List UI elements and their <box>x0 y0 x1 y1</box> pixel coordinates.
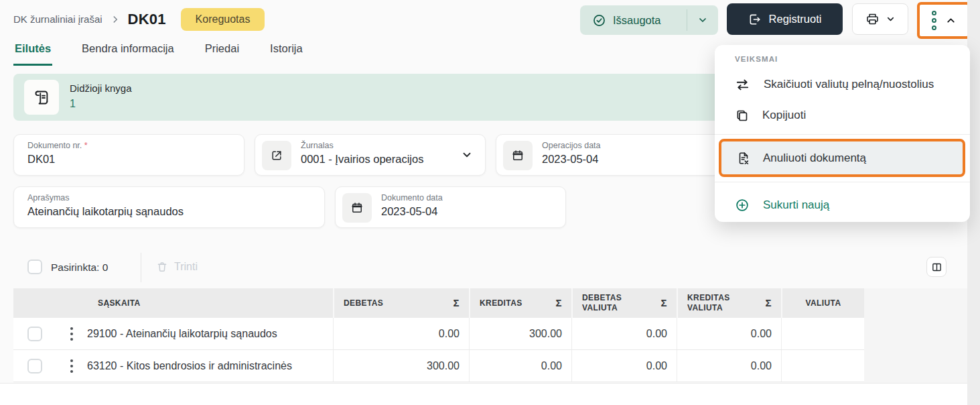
credit-currency-cell[interactable]: 0.00 <box>677 318 781 349</box>
account-cell[interactable]: 63120 - Kitos bendrosios ir administraci… <box>87 350 333 382</box>
document-no-value: DK01 <box>27 153 88 166</box>
description-value: Ateinančių laikotarpių sąnaudos <box>27 205 184 218</box>
debit-currency-cell[interactable]: 0.00 <box>571 350 677 382</box>
header-checkbox-col <box>13 288 56 318</box>
sum-icon: Σ <box>453 297 460 310</box>
document-no-label: Dokumento nr. <box>27 141 82 150</box>
scroll-ledger-icon <box>24 80 59 115</box>
table-row[interactable]: 63120 - Kitos bendrosios ir administraci… <box>13 350 864 382</box>
tab-bar: Eilutės Bendra informacija Priedai Istor… <box>13 38 304 66</box>
select-all-checkbox[interactable] <box>27 259 42 274</box>
journal-value: 0001 - Įvairios operacijos <box>301 153 423 166</box>
operation-date-label: Operacijos data <box>542 141 601 150</box>
menu-item-copy[interactable]: Kopijuoti <box>715 100 970 131</box>
document-date-label: Dokumento data <box>381 193 443 202</box>
delete-label: Trinti <box>174 261 198 273</box>
chevron-up-icon <box>945 15 957 26</box>
account-cell[interactable]: 29100 - Ateinančių laikotarpių sąnaudos <box>87 318 333 349</box>
breadcrumb: DK žurnaliniai įrašai DK01 Koreguotas <box>13 0 265 38</box>
row-checkbox[interactable] <box>27 359 42 373</box>
horizontal-scrollbar[interactable] <box>0 384 967 405</box>
row-menu-icon[interactable] <box>70 359 73 373</box>
table-empty-area <box>864 288 967 383</box>
columns-icon <box>931 262 942 273</box>
breadcrumb-parent-link[interactable]: DK žurnaliniai įrašai <box>13 13 102 25</box>
credit-cell[interactable]: 300.00 <box>469 318 571 349</box>
chevron-down-icon <box>697 15 708 25</box>
chevron-down-icon[interactable] <box>461 149 473 161</box>
divider <box>715 134 970 135</box>
tab-istorija[interactable]: Istorija <box>269 38 304 66</box>
register-label: Registruoti <box>769 13 822 25</box>
saved-label: Išsaugota <box>613 14 661 27</box>
document-x-icon <box>736 151 751 166</box>
operation-date-value: 2023-05-04 <box>542 153 601 166</box>
trash-icon <box>156 261 168 273</box>
journal-label: Žurnalas <box>301 141 423 150</box>
column-header-debetas-valiuta[interactable]: DEBETAS VALIUTAΣ <box>571 288 677 318</box>
currency-cell[interactable] <box>781 350 864 382</box>
menu-item-create-new[interactable]: Sukurti naują <box>715 190 970 221</box>
document-date-field[interactable]: Dokumento data 2023-05-04 <box>335 186 566 228</box>
sum-icon: Σ <box>661 297 667 310</box>
debit-currency-cell[interactable]: 0.00 <box>571 318 677 349</box>
currency-cell[interactable] <box>781 318 864 349</box>
menu-item-cancel-document-highlighted[interactable]: Anuliuoti dokumentą <box>719 139 965 177</box>
chevron-right-icon <box>111 15 120 24</box>
selected-count: 0 <box>102 262 109 273</box>
menu-item-calculate-fx[interactable]: Skaičiuoti valiutų pelną/nuostolius <box>715 69 970 100</box>
calendar-icon[interactable] <box>342 193 372 223</box>
swap-arrows-icon <box>735 77 750 93</box>
printer-icon <box>865 12 880 26</box>
document-date-value: 2023-05-04 <box>381 205 443 218</box>
row-menu-icon[interactable] <box>70 327 73 341</box>
delete-rows-button[interactable]: Trinti <box>156 261 198 273</box>
banner-label: Didžioji knyga <box>70 82 132 94</box>
banner-value: 1 <box>70 98 76 110</box>
required-asterisk: * <box>84 141 88 150</box>
print-split-button[interactable] <box>852 3 908 35</box>
credit-cell[interactable]: 0.00 <box>469 350 571 382</box>
column-header-saskaita[interactable]: SĄSKAITA <box>87 288 333 318</box>
register-button[interactable]: Registruoti <box>727 3 843 35</box>
tab-bendra-informacija[interactable]: Bendra informacija <box>80 38 176 66</box>
copy-icon <box>735 109 749 123</box>
plus-circle-icon <box>735 198 750 213</box>
check-circle-icon <box>592 13 606 27</box>
column-header-kreditas[interactable]: KREDITASΣ <box>469 288 571 318</box>
tab-eilutes[interactable]: Eilutės <box>13 38 52 66</box>
more-actions-button-highlighted[interactable] <box>917 2 971 39</box>
debit-cell[interactable]: 0.00 <box>333 318 469 349</box>
table-row[interactable]: 29100 - Ateinančių laikotarpių sąnaudos … <box>13 318 864 350</box>
column-header-debetas[interactable]: DEBETASΣ <box>333 288 469 318</box>
description-label: Aprašymas <box>27 193 184 202</box>
divider <box>141 253 141 282</box>
header-actions-col <box>56 288 87 318</box>
kebab-menu-icon <box>932 11 936 30</box>
sum-icon: Σ <box>556 297 562 310</box>
sum-icon: Σ <box>766 297 772 310</box>
divider <box>715 182 970 182</box>
credit-currency-cell[interactable]: 0.00 <box>677 350 781 382</box>
row-checkbox[interactable] <box>27 327 42 341</box>
page-title: DK01 <box>128 11 166 28</box>
operation-date-field[interactable]: Operacijos data 2023-05-04 <box>496 134 730 176</box>
column-header-valiuta[interactable]: VALIUTA <box>781 288 864 318</box>
actions-dropdown-menu: VEIKSMAI Skaičiuoti valiutų pelną/nuosto… <box>715 45 970 222</box>
description-field[interactable]: Aprašymas Ateinančių laikotarpių sąnaudo… <box>13 186 325 228</box>
calendar-icon[interactable] <box>503 141 533 170</box>
register-icon <box>748 13 762 26</box>
journal-field[interactable]: Žurnalas 0001 - Įvairios operacijos <box>255 134 486 176</box>
external-link-icon[interactable] <box>262 141 291 170</box>
status-badge: Koreguotas <box>181 8 265 31</box>
column-settings-button[interactable] <box>926 257 947 277</box>
column-header-kreditas-valiuta[interactable]: KREDITAS VALIUTAΣ <box>677 288 781 318</box>
saved-split-button[interactable]: Išsaugota <box>580 5 718 35</box>
selected-count-text: Pasirinkta: 0 <box>51 262 108 274</box>
tab-priedai[interactable]: Priedai <box>204 38 240 66</box>
saved-dropdown-toggle[interactable] <box>687 5 718 35</box>
document-no-field[interactable]: Dokumento nr. * DK01 <box>13 134 244 176</box>
debit-cell[interactable]: 300.00 <box>333 350 469 382</box>
menu-section-title: VEIKSMAI <box>735 55 778 63</box>
chevron-down-icon <box>886 14 896 24</box>
